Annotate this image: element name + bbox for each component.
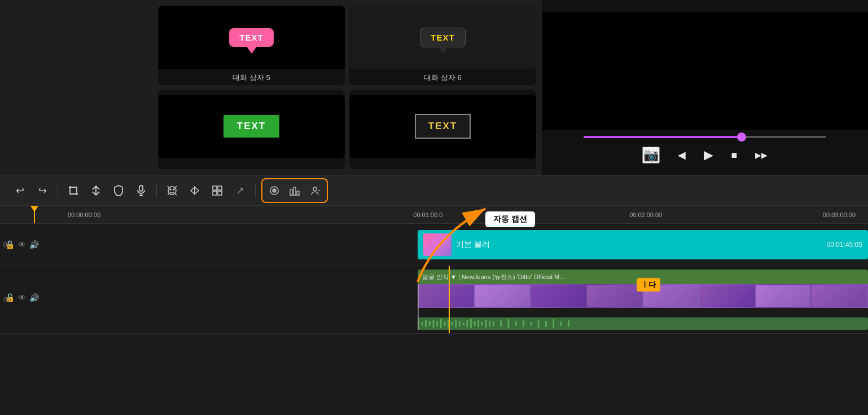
- prev-frame-button[interactable]: ◀: [678, 149, 686, 161]
- svg-rect-43: [463, 323, 464, 325]
- timeline-ruler: 00:00:00:00 00:01:00:0 00:02:00:00 00:03…: [0, 206, 868, 224]
- svg-rect-51: [493, 321, 494, 326]
- svg-rect-27: [297, 191, 299, 195]
- teal-clip[interactable]: 기본 블러 00:01:45:05: [418, 230, 868, 259]
- track-num-03: 03: [3, 241, 11, 249]
- template-gallery: TEXT 대화 상자 5 TEXT 대화 상자 6 TEXT: [0, 0, 542, 175]
- svg-rect-38: [444, 321, 445, 326]
- svg-rect-48: [481, 322, 483, 325]
- clip-label: 기본 블러: [456, 240, 827, 250]
- svg-point-10: [173, 189, 174, 190]
- clip-thumbnail: [423, 233, 451, 256]
- undo-button[interactable]: ↩: [10, 181, 29, 200]
- toolbar: ↩ ↪: [0, 175, 868, 206]
- svg-rect-55: [523, 320, 524, 327]
- track-playhead: [449, 266, 450, 333]
- green-header-label: 얼굴 인식 ▼ | NewJeans (뉴진스) 'Ditto' Officia…: [422, 273, 564, 281]
- mirror-button[interactable]: [185, 181, 204, 200]
- toolbar-divider-2: [156, 184, 157, 197]
- mosaic-button[interactable]: [208, 181, 227, 200]
- svg-rect-60: [560, 321, 562, 326]
- mic-button[interactable]: [131, 181, 151, 200]
- motion-button[interactable]: ↗: [230, 181, 249, 200]
- svg-rect-52: [500, 320, 502, 327]
- play-button[interactable]: ▶: [704, 148, 713, 162]
- svg-rect-54: [515, 321, 517, 326]
- waveform-clip[interactable]: [418, 317, 868, 330]
- svg-rect-46: [474, 321, 476, 326]
- circle-icon-button[interactable]: [265, 181, 284, 200]
- svg-line-12: [175, 186, 177, 188]
- svg-point-23: [273, 189, 276, 192]
- shield-button[interactable]: [109, 181, 128, 200]
- ruler-label-3: 00:03:00:00: [823, 211, 856, 218]
- template-card-7[interactable]: TEXT: [158, 90, 345, 169]
- clip-start-line: [418, 284, 419, 330]
- track-row-02: 02 🔓 👁 🔊 얼굴 인식 ▼ | NewJeans (뉴진스) 'Ditto…: [0, 266, 868, 334]
- svg-rect-21: [218, 191, 222, 195]
- ruler-label-1: 00:01:00:0: [413, 211, 442, 218]
- svg-rect-5: [139, 186, 143, 191]
- svg-rect-61: [568, 320, 569, 327]
- person-icon-button[interactable]: [305, 181, 325, 200]
- track02-visibility-button[interactable]: 👁: [18, 293, 26, 302]
- svg-point-29: [313, 187, 317, 191]
- bubble-pink-shape: TEXT: [229, 28, 273, 47]
- split-button[interactable]: [86, 181, 106, 200]
- svg-rect-19: [218, 186, 222, 190]
- ruler-label-2: 00:02:00:00: [629, 211, 662, 218]
- crop-button[interactable]: [64, 181, 83, 200]
- svg-line-11: [168, 186, 169, 188]
- preview-video: [542, 12, 868, 130]
- svg-marker-17: [195, 187, 199, 194]
- preview-panel: 📷 ◀ ▶ ■ ▶▶: [542, 0, 868, 175]
- screenshot-button[interactable]: 📷: [642, 147, 660, 164]
- svg-marker-16: [191, 187, 195, 194]
- svg-rect-25: [290, 189, 292, 195]
- toolbar-divider-1: [58, 184, 58, 197]
- redo-button[interactable]: ↪: [33, 181, 52, 200]
- tooltip-text: 자동 캡션: [493, 214, 527, 223]
- svg-rect-35: [432, 320, 434, 328]
- stop-button[interactable]: ■: [731, 149, 738, 161]
- face-button[interactable]: [163, 181, 182, 200]
- svg-rect-33: [425, 320, 427, 327]
- playback-controls: 📷 ◀ ▶ ■ ▶▶: [542, 130, 868, 164]
- dark-border-shape: TEXT: [415, 114, 471, 139]
- track02-content: 얼굴 인식 ▼ | NewJeans (뉴진스) 'Ditto' Officia…: [34, 266, 868, 333]
- svg-rect-26: [293, 187, 296, 195]
- template-card-5[interactable]: TEXT 대화 상자 5: [158, 6, 345, 85]
- progress-knob[interactable]: [737, 133, 746, 142]
- darkborder-text: TEXT: [428, 121, 457, 132]
- svg-line-14: [175, 193, 177, 195]
- bubble-yellow-shape: TEXT: [420, 28, 465, 47]
- svg-rect-18: [213, 186, 217, 190]
- waveform-svg: [418, 317, 868, 330]
- split-badge-text: ㅣ다: [641, 280, 656, 289]
- toolbar-highlight-group: [261, 178, 328, 203]
- card6-label: 대화 상자 6: [424, 69, 461, 85]
- svg-line-13: [168, 193, 169, 195]
- bar-chart-button[interactable]: [285, 181, 304, 200]
- bubble6-text: TEXT: [431, 33, 454, 42]
- svg-rect-53: [508, 319, 510, 328]
- track03-visibility-button[interactable]: 👁: [18, 240, 26, 249]
- timeline-area: 00:00:00:00 00:01:00:0 00:02:00:00 00:03…: [0, 206, 868, 334]
- template-card-6[interactable]: TEXT 대화 상자 6: [349, 6, 536, 85]
- track-num-02: 02: [3, 296, 11, 304]
- svg-rect-42: [459, 321, 461, 326]
- toolbar-divider-3: [255, 184, 256, 197]
- next-frame-button[interactable]: ▶▶: [755, 151, 768, 160]
- greenbox-text: TEXT: [237, 121, 266, 132]
- template-card-8[interactable]: TEXT: [349, 90, 536, 169]
- ruler-label-0: 00:00:00:00: [68, 211, 100, 218]
- progress-bar[interactable]: [584, 136, 826, 138]
- bubble5-text: TEXT: [239, 33, 263, 42]
- auto-caption-tooltip: 자동 캡션: [485, 211, 535, 227]
- track03-content: 기본 블러 00:01:45:05: [34, 224, 868, 266]
- track-row-03: 03 🔓 👁 🔊 기본 블러 00:01:45:05: [0, 224, 868, 266]
- card5-label: 대화 상자 5: [233, 69, 270, 85]
- ruler-marks: 00:00:00:00 00:01:00:0 00:02:00:00 00:03…: [68, 206, 868, 223]
- svg-rect-40: [451, 322, 453, 325]
- svg-rect-50: [489, 321, 490, 326]
